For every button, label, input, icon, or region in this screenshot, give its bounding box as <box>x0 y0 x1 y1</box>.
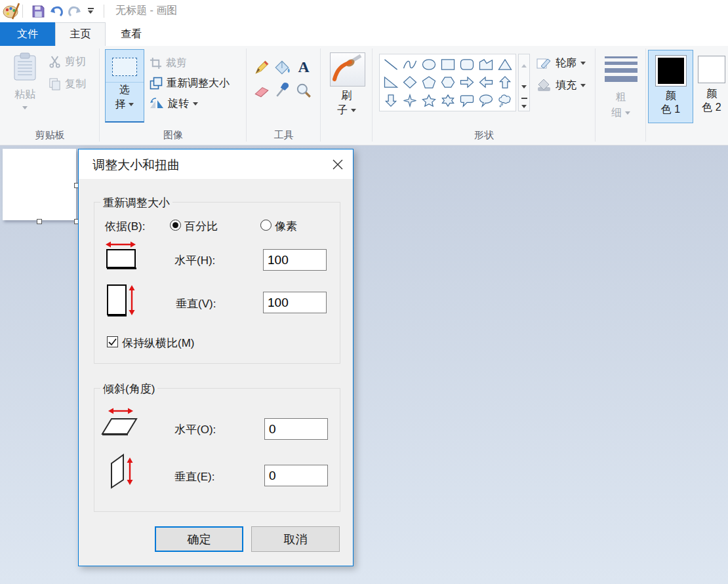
aspect-ratio-checkbox[interactable] <box>107 336 118 347</box>
close-icon <box>333 159 343 170</box>
group-tools: A 工具 <box>247 46 321 146</box>
radio-pixels[interactable] <box>260 220 272 231</box>
resize-vertical-icon <box>106 284 138 321</box>
drawing-canvas[interactable] <box>3 149 76 220</box>
eraser-icon[interactable] <box>253 83 270 100</box>
outline-label: 轮廓 <box>556 56 576 70</box>
radio-percent-label[interactable]: 百分比 <box>184 219 218 234</box>
magnifier-icon[interactable] <box>295 82 312 99</box>
app-palette-icon <box>3 3 20 20</box>
outline-button[interactable]: 轮廓 <box>536 55 586 71</box>
shape-hexagon[interactable] <box>438 73 457 91</box>
fill-label: 填充 <box>556 79 576 92</box>
dropdown-arrow-icon <box>129 103 134 106</box>
scroll-down-icon[interactable] <box>519 79 529 91</box>
shape-polygon[interactable] <box>476 56 495 73</box>
shape-left-arrow[interactable] <box>476 73 495 91</box>
scissors-icon <box>49 56 61 68</box>
skew-horizontal-icon <box>100 406 140 439</box>
paste-button[interactable]: 粘贴 <box>8 50 42 126</box>
skew-horizontal-input[interactable] <box>264 418 328 440</box>
skew-vertical-input[interactable] <box>264 465 328 486</box>
copy-icon <box>49 78 61 90</box>
shape-triangle[interactable] <box>495 56 514 73</box>
shapes-group-label: 形状 <box>373 129 596 142</box>
shape-four-point-star[interactable] <box>400 92 419 109</box>
divider <box>104 5 104 18</box>
shape-diamond[interactable] <box>400 73 419 91</box>
radio-pixels-label[interactable]: 像素 <box>275 219 297 234</box>
color2-button[interactable]: 颜 色 2 <box>697 50 727 123</box>
scroll-more-icon[interactable] <box>519 98 529 111</box>
shape-rounded-rectangle[interactable] <box>457 56 476 73</box>
copy-label: 复制 <box>65 77 86 91</box>
customize-dropdown-icon[interactable] <box>87 8 94 16</box>
shape-pentagon[interactable] <box>419 73 438 91</box>
color2-swatch <box>698 56 725 83</box>
tab-bar: 文件 主页 查看 <box>0 22 728 46</box>
save-button[interactable] <box>30 3 46 19</box>
resize-vertical-input[interactable] <box>263 292 327 313</box>
skew-vertical-label: 垂直(E): <box>174 469 214 484</box>
undo-button[interactable] <box>49 3 64 19</box>
fill-bucket-icon[interactable] <box>274 59 291 76</box>
shape-curve[interactable] <box>400 56 419 73</box>
shape-five-point-star[interactable] <box>419 92 438 109</box>
shape-line[interactable] <box>381 56 400 73</box>
tab-file[interactable]: 文件 <box>0 22 55 46</box>
select-label-2: 择 <box>115 98 126 109</box>
skew-group-title: 倾斜(角度) <box>100 381 157 397</box>
shape-down-arrow[interactable] <box>381 92 400 109</box>
shape-right-arrow[interactable] <box>457 73 476 91</box>
radio-percent[interactable] <box>170 220 181 231</box>
dialog-title-bar[interactable]: 调整大小和扭曲 <box>79 149 353 179</box>
canvas-resize-handle-bottom[interactable] <box>37 219 42 224</box>
divider <box>22 5 23 18</box>
tab-view[interactable]: 查看 <box>106 22 157 46</box>
crop-icon <box>150 57 162 69</box>
shape-up-arrow[interactable] <box>495 73 514 91</box>
resize-horizontal-input[interactable] <box>263 249 327 271</box>
dialog-close-button[interactable] <box>329 157 346 172</box>
color1-button[interactable]: 颜 色 1 <box>648 50 693 123</box>
cut-button[interactable]: 剪切 <box>49 54 86 69</box>
redo-button[interactable] <box>66 3 82 19</box>
rotate-button[interactable]: 旋转 <box>150 96 198 111</box>
brushes-button[interactable] <box>330 52 365 87</box>
cancel-button[interactable]: 取消 <box>251 526 340 552</box>
tab-home[interactable]: 主页 <box>55 22 106 46</box>
dropdown-arrow-icon <box>580 84 586 87</box>
eyedropper-icon[interactable] <box>274 81 291 98</box>
crop-button[interactable]: 裁剪 <box>150 55 187 71</box>
group-brushes: 刷 子 <box>321 46 373 146</box>
resize-vertical-label: 垂直(V): <box>176 296 216 311</box>
resize-button[interactable]: 重新调整大小 <box>150 75 230 91</box>
resize-icon <box>150 77 163 90</box>
size-button[interactable] <box>605 56 637 85</box>
fill-icon <box>536 79 552 92</box>
checkbox-check-icon <box>108 337 117 347</box>
shape-rectangle[interactable] <box>438 56 457 73</box>
select-button[interactable]: 选 择 <box>105 49 144 123</box>
ok-button[interactable]: 确定 <box>155 526 243 552</box>
resize-horizontal-icon <box>105 240 138 273</box>
shape-ellipse[interactable] <box>419 56 438 73</box>
pencil-icon[interactable] <box>253 59 270 76</box>
aspect-ratio-label[interactable]: 保持纵横比(M) <box>122 336 194 351</box>
fill-button[interactable]: 填充 <box>536 77 586 93</box>
text-icon[interactable]: A <box>295 58 312 75</box>
shape-right-triangle[interactable] <box>381 73 400 91</box>
resize-label: 重新调整大小 <box>167 77 230 90</box>
ribbon: 粘贴 剪切 复制 剪贴板 <box>0 46 728 146</box>
resize-group-title: 重新调整大小 <box>100 195 172 210</box>
copy-button[interactable]: 复制 <box>49 76 86 92</box>
shape-rounded-callout[interactable] <box>457 92 476 109</box>
shape-oval-callout[interactable] <box>476 92 495 109</box>
shape-six-point-star[interactable] <box>438 92 457 109</box>
scroll-up-icon[interactable] <box>519 58 529 70</box>
rotate-icon <box>150 97 164 110</box>
crop-label: 裁剪 <box>166 56 187 70</box>
resize-horizontal-label: 水平(H): <box>174 253 215 268</box>
brushes-label-2: 子 <box>337 104 348 115</box>
shape-cloud-callout[interactable] <box>495 92 514 109</box>
